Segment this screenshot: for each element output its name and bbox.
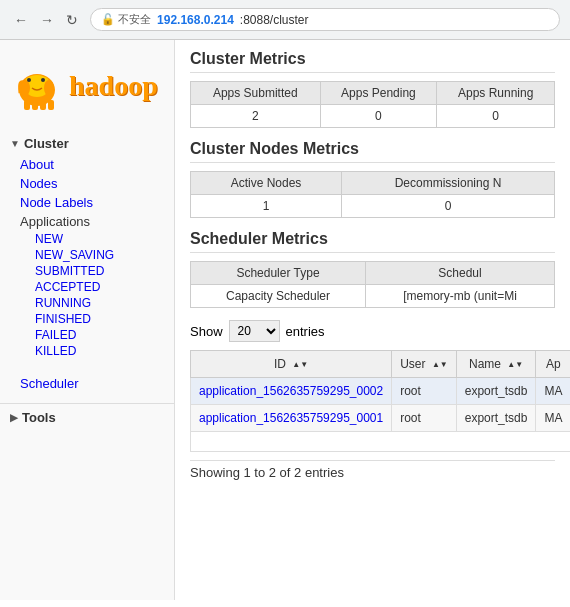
app-name-cell: export_tsdb (456, 378, 536, 405)
sidebar-sublink-failed[interactable]: FAILED (0, 327, 174, 343)
cluster-metrics-table: Apps Submitted Apps Pending Apps Running… (190, 81, 555, 128)
scheduler-metrics-title: Scheduler Metrics (190, 230, 555, 253)
cluster-metrics-title: Cluster Metrics (190, 50, 555, 73)
tools-arrow-icon: ▶ (10, 412, 18, 423)
sidebar-item-nodes[interactable]: Nodes (0, 174, 174, 193)
table-row-empty (191, 432, 571, 452)
app-ap-cell: MA (536, 378, 570, 405)
cluster-nodes-table: Active Nodes Decommissioning N 1 0 (190, 171, 555, 218)
nav-buttons: ← → ↻ (10, 10, 82, 30)
main-container: hadoop ▼ Cluster About Nodes Node Labels… (0, 40, 570, 600)
cluster-metrics-row: 2 0 0 (191, 105, 555, 128)
svg-rect-6 (24, 100, 30, 110)
forward-button[interactable]: → (36, 10, 58, 30)
sidebar: hadoop ▼ Cluster About Nodes Node Labels… (0, 40, 175, 600)
app-name-cell: export_tsdb (456, 405, 536, 432)
app-user-cell: root (392, 378, 457, 405)
user-sort-icon[interactable]: ▲▼ (432, 360, 448, 369)
back-button[interactable]: ← (10, 10, 32, 30)
sidebar-sublink-new-saving[interactable]: NEW_SAVING (0, 247, 174, 263)
sidebar-applications-label: Applications (0, 212, 174, 231)
svg-rect-9 (48, 100, 54, 110)
col-name: Name ▲▼ (456, 351, 536, 378)
logo-area: hadoop (0, 48, 174, 128)
col-ap: Ap (536, 351, 570, 378)
scheduler-metrics-table: Scheduler Type Schedul Capacity Schedule… (190, 261, 555, 308)
showing-entries-text: Showing 1 to 2 of 2 entries (190, 460, 555, 484)
col-id: ID ▲▼ (191, 351, 392, 378)
sidebar-sublink-finished[interactable]: FINISHED (0, 311, 174, 327)
sidebar-item-about[interactable]: About (0, 155, 174, 174)
apps-running-value: 0 (437, 105, 555, 128)
col-decommissioning: Decommissioning N (342, 172, 555, 195)
app-id-cell: application_1562635759295_0002 (191, 378, 392, 405)
id-sort-icon[interactable]: ▲▼ (292, 360, 308, 369)
active-nodes-value: 1 (191, 195, 342, 218)
decommissioning-value: 0 (342, 195, 555, 218)
app-table-header-row: ID ▲▼ User ▲▼ Name ▲▼ Ap (191, 351, 571, 378)
tools-label: Tools (22, 410, 56, 425)
table-row: application_1562635759295_0001 root expo… (191, 405, 571, 432)
scheduler-type-value: Capacity Scheduler (191, 285, 366, 308)
sidebar-item-node-labels[interactable]: Node Labels (0, 193, 174, 212)
browser-chrome: ← → ↻ 🔓 不安全 192.168.0.214 :8088/cluster (0, 0, 570, 40)
table-row: application_1562635759295_0002 root expo… (191, 378, 571, 405)
show-entries-bar: Show 10 20 50 100 entries (190, 320, 555, 342)
col-apps-pending: Apps Pending (320, 82, 437, 105)
cluster-label: Cluster (24, 136, 69, 151)
col-user: User ▲▼ (392, 351, 457, 378)
sidebar-sublink-submitted[interactable]: SUBMITTED (0, 263, 174, 279)
entries-select[interactable]: 10 20 50 100 (229, 320, 280, 342)
app-id-link-0002[interactable]: application_1562635759295_0002 (199, 384, 383, 398)
content-area: Cluster Metrics Apps Submitted Apps Pend… (175, 40, 570, 600)
hadoop-logo-elephant (10, 58, 65, 113)
col-apps-running: Apps Running (437, 82, 555, 105)
applications-table: ID ▲▼ User ▲▼ Name ▲▼ Ap (190, 350, 570, 452)
app-id-link-0001[interactable]: application_1562635759295_0001 (199, 411, 383, 425)
sidebar-sublink-new[interactable]: NEW (0, 231, 174, 247)
address-bar[interactable]: 🔓 不安全 192.168.0.214 :8088/cluster (90, 8, 560, 31)
apps-pending-value: 0 (320, 105, 437, 128)
sidebar-item-scheduler[interactable]: Scheduler (0, 374, 174, 393)
cluster-nodes-title: Cluster Nodes Metrics (190, 140, 555, 163)
cluster-arrow-icon: ▼ (10, 138, 20, 149)
col-apps-submitted: Apps Submitted (191, 82, 321, 105)
scheduler-conf-value: [memory-mb (unit=Mi (366, 285, 555, 308)
svg-rect-8 (40, 102, 46, 110)
reload-button[interactable]: ↻ (62, 10, 82, 30)
entries-label: entries (286, 324, 325, 339)
cluster-nav-header[interactable]: ▼ Cluster (0, 132, 174, 155)
url-highlight: 192.168.0.214 (157, 13, 234, 27)
sidebar-sublink-killed[interactable]: KILLED (0, 343, 174, 359)
svg-point-11 (41, 78, 45, 82)
apps-submitted-value: 2 (191, 105, 321, 128)
sidebar-sublink-running[interactable]: RUNNING (0, 295, 174, 311)
col-scheduler-type: Scheduler Type (191, 262, 366, 285)
sidebar-cluster-section: ▼ Cluster About Nodes Node Labels Applic… (0, 128, 174, 397)
svg-rect-7 (32, 102, 38, 110)
app-id-cell: application_1562635759295_0001 (191, 405, 392, 432)
tools-nav-header[interactable]: ▶ Tools (0, 403, 174, 431)
svg-point-5 (44, 80, 54, 96)
app-ap-cell: MA (536, 405, 570, 432)
scheduler-metrics-row: Capacity Scheduler [memory-mb (unit=Mi (191, 285, 555, 308)
url-rest: :8088/cluster (240, 13, 309, 27)
name-sort-icon[interactable]: ▲▼ (507, 360, 523, 369)
col-scheduler-conf: Schedul (366, 262, 555, 285)
sidebar-sublink-accepted[interactable]: ACCEPTED (0, 279, 174, 295)
app-user-cell: root (392, 405, 457, 432)
svg-point-10 (27, 78, 31, 82)
cluster-nodes-row: 1 0 (191, 195, 555, 218)
insecure-label: 🔓 不安全 (101, 12, 151, 27)
show-label: Show (190, 324, 223, 339)
col-active-nodes: Active Nodes (191, 172, 342, 195)
hadoop-logo-text: hadoop (69, 70, 158, 102)
